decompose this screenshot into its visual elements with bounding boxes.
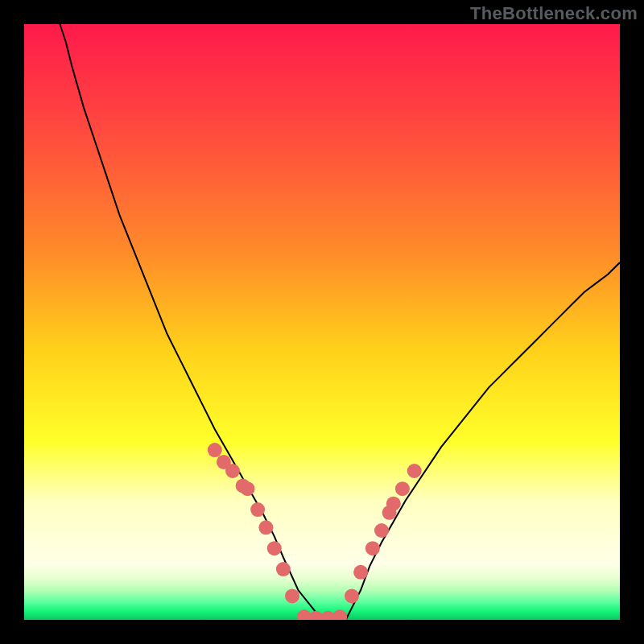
highlight-dot	[250, 502, 265, 517]
highlight-dot	[345, 588, 359, 603]
highlight-dot	[258, 520, 273, 535]
highlight-dot	[267, 541, 282, 555]
bottleneck-curve	[60, 24, 620, 620]
highlight-dot	[395, 481, 410, 496]
highlight-dot	[407, 464, 422, 478]
plot-area	[24, 24, 620, 620]
highlight-dot	[241, 481, 255, 496]
highlight-dot	[374, 523, 389, 538]
highlight-dot	[208, 443, 222, 457]
highlight-dot	[225, 464, 240, 478]
highlight-dot	[365, 541, 380, 555]
highlight-dots	[208, 443, 422, 620]
watermark-text: TheBottleneck.com	[470, 3, 638, 24]
highlight-dot	[386, 497, 401, 511]
curve-layer	[24, 24, 620, 620]
highlight-dot	[276, 562, 291, 576]
highlight-dot	[353, 565, 368, 580]
highlight-dot	[332, 609, 347, 620]
chart-frame: TheBottleneck.com	[0, 0, 644, 644]
highlight-dot	[285, 588, 299, 603]
